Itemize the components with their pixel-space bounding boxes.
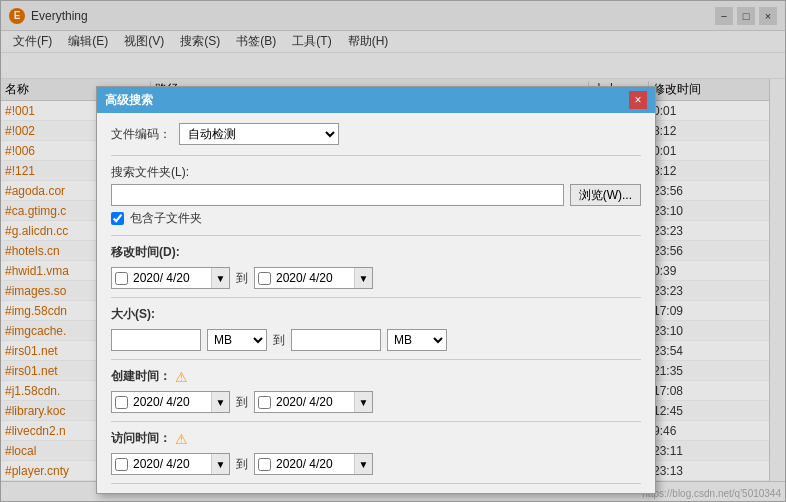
accessed-date-to-wrapper: ▼ xyxy=(254,453,373,475)
created-date-from-picker[interactable]: ▼ xyxy=(211,392,229,412)
dialog-close-button[interactable]: × xyxy=(629,91,647,109)
created-date-to-wrapper: ▼ xyxy=(254,391,373,413)
search-folder-label: 搜索文件夹(L): xyxy=(111,164,641,181)
accessed-date-to-checkbox[interactable] xyxy=(258,458,271,471)
include-subfolders-checkbox[interactable] xyxy=(111,212,124,225)
divider-3 xyxy=(111,297,641,298)
created-time-label: 创建时间： xyxy=(111,368,171,385)
divider-6 xyxy=(111,483,641,484)
modified-date-from-wrapper: ▼ xyxy=(111,267,230,289)
search-folder-input[interactable] xyxy=(111,184,564,206)
created-time-warning-icon: ⚠ xyxy=(175,369,188,385)
accessed-time-warning-icon: ⚠ xyxy=(175,431,188,447)
accessed-date-to-input[interactable] xyxy=(274,454,354,474)
advanced-search-dialog: 高级搜索 × 文件编码： 自动检测UTF-8GBKGB2312 搜索文件夹(L)… xyxy=(96,86,656,494)
modified-time-label: 移改时间(D): xyxy=(111,244,180,261)
modified-time-range: ▼ 到 ▼ xyxy=(111,267,641,289)
created-date-to-picker[interactable]: ▼ xyxy=(354,392,372,412)
accessed-date-to-picker[interactable]: ▼ xyxy=(354,454,372,474)
accessed-date-from-checkbox[interactable] xyxy=(115,458,128,471)
include-subfolders-label: 包含子文件夹 xyxy=(130,210,202,227)
encoding-select[interactable]: 自动检测UTF-8GBKGB2312 xyxy=(179,123,339,145)
modified-date-to-input[interactable] xyxy=(274,268,354,288)
encoding-label: 文件编码： xyxy=(111,126,171,143)
accessed-time-section-header: 访问时间： ⚠ xyxy=(111,430,641,447)
last-modified-label: 最近更改时间： xyxy=(111,492,195,493)
to-label-1: 到 xyxy=(236,270,248,287)
modified-time-section-header: 移改时间(D): xyxy=(111,244,641,261)
last-modified-section-header: 最近更改时间： xyxy=(111,492,641,493)
created-time-section-header: 创建时间： ⚠ xyxy=(111,368,641,385)
modified-date-from-picker[interactable]: ▼ xyxy=(211,268,229,288)
to-label-3: 到 xyxy=(236,394,248,411)
size-from-unit[interactable]: MBKBGB xyxy=(207,329,267,351)
accessed-time-range: ▼ 到 ▼ xyxy=(111,453,641,475)
modified-date-to-picker[interactable]: ▼ xyxy=(354,268,372,288)
dialog-title-bar: 高级搜索 × xyxy=(97,87,655,113)
modified-date-to-wrapper: ▼ xyxy=(254,267,373,289)
accessed-time-label: 访问时间： xyxy=(111,430,171,447)
divider-2 xyxy=(111,235,641,236)
modified-date-from-input[interactable] xyxy=(131,268,211,288)
size-to-input[interactable] xyxy=(291,329,381,351)
created-date-from-checkbox[interactable] xyxy=(115,396,128,409)
created-date-from-input[interactable] xyxy=(131,392,211,412)
created-date-to-input[interactable] xyxy=(274,392,354,412)
created-date-from-wrapper: ▼ xyxy=(111,391,230,413)
size-section-header: 大小(S): xyxy=(111,306,641,323)
modified-date-from-checkbox[interactable] xyxy=(115,272,128,285)
main-window: E Everything − □ × 文件(F) 编辑(E) 视图(V) 搜索(… xyxy=(0,0,786,502)
dialog-title: 高级搜索 xyxy=(105,92,629,109)
browse-button[interactable]: 浏览(W)... xyxy=(570,184,641,206)
created-date-to-checkbox[interactable] xyxy=(258,396,271,409)
divider-4 xyxy=(111,359,641,360)
accessed-date-from-input[interactable] xyxy=(131,454,211,474)
encoding-row: 文件编码： 自动检测UTF-8GBKGB2312 xyxy=(111,123,641,145)
size-from-input[interactable] xyxy=(111,329,201,351)
include-subfolders-row: 包含子文件夹 xyxy=(111,210,641,227)
to-label-2: 到 xyxy=(273,332,285,349)
to-label-4: 到 xyxy=(236,456,248,473)
accessed-date-from-picker[interactable]: ▼ xyxy=(211,454,229,474)
size-label: 大小(S): xyxy=(111,306,155,323)
modified-date-to-checkbox[interactable] xyxy=(258,272,271,285)
dialog-content: 文件编码： 自动检测UTF-8GBKGB2312 搜索文件夹(L): 浏览(W)… xyxy=(97,113,655,493)
created-time-range: ▼ 到 ▼ xyxy=(111,391,641,413)
size-range: MBKBGB 到 MBKBGB xyxy=(111,329,641,351)
search-folder-row: 浏览(W)... xyxy=(111,184,641,206)
size-to-unit[interactable]: MBKBGB xyxy=(387,329,447,351)
accessed-date-from-wrapper: ▼ xyxy=(111,453,230,475)
divider-5 xyxy=(111,421,641,422)
divider-1 xyxy=(111,155,641,156)
